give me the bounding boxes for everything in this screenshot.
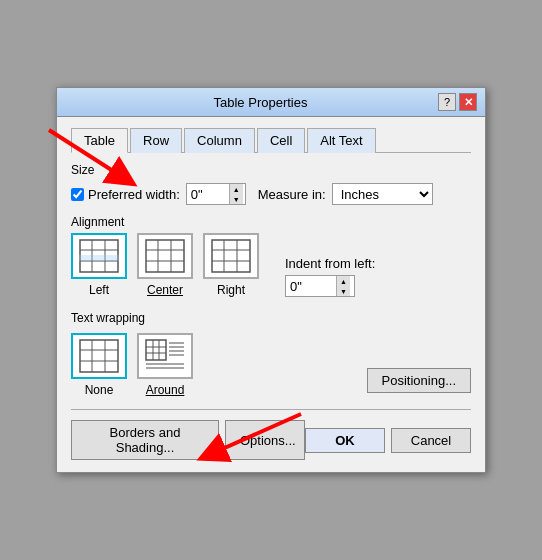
options-button[interactable]: Options... — [225, 420, 305, 460]
indent-box: Indent from left: ▲ ▼ — [285, 256, 375, 297]
tab-alt-text[interactable]: Alt Text — [307, 128, 375, 153]
text-wrapping-area: None — [71, 329, 471, 397]
title-bar-controls: ? ✕ — [438, 93, 477, 111]
align-center-label: Center — [147, 283, 183, 297]
preferred-width-input[interactable] — [187, 184, 229, 204]
align-center-table-svg — [145, 239, 185, 273]
bottom-row: Borders and Shading... Options... OK Can… — [71, 409, 471, 460]
wrap-none-option[interactable]: None — [71, 333, 127, 397]
spin-up[interactable]: ▲ — [230, 184, 243, 194]
tab-row[interactable]: Row — [130, 128, 182, 153]
wrap-options-row: None — [71, 333, 193, 397]
align-left-icon[interactable] — [71, 233, 127, 279]
tab-column[interactable]: Column — [184, 128, 255, 153]
tab-table[interactable]: Table — [71, 128, 128, 153]
wrap-none-icon[interactable] — [71, 333, 127, 379]
align-left-table-svg — [79, 239, 119, 273]
ok-button[interactable]: OK — [305, 428, 385, 453]
help-button[interactable]: ? — [438, 93, 456, 111]
spin-down[interactable]: ▼ — [230, 194, 243, 204]
align-left-label: Left — [89, 283, 109, 297]
title-bar: Table Properties ? ✕ — [57, 88, 485, 117]
align-right-icon[interactable] — [203, 233, 259, 279]
tab-bar: Table Row Column Cell Alt Text — [71, 127, 471, 153]
bottom-right-buttons: OK Cancel — [305, 428, 471, 453]
svg-rect-25 — [146, 340, 166, 360]
wrap-none-svg — [79, 339, 119, 373]
align-right-option[interactable]: Right — [203, 233, 259, 297]
dialog-title: Table Properties — [83, 95, 438, 110]
svg-rect-9 — [146, 240, 184, 272]
alignment-section-label: Alignment — [71, 215, 471, 229]
indent-spinbox[interactable]: ▲ ▼ — [285, 275, 355, 297]
preferred-width-spinbox[interactable]: ▲ ▼ — [186, 183, 246, 205]
preferred-width-label: Preferred width: — [88, 187, 180, 202]
svg-rect-14 — [212, 240, 250, 272]
preferred-width-checkbox[interactable] — [71, 188, 84, 201]
measure-in-select[interactable]: Inches Centimeters Percent — [332, 183, 433, 205]
size-section-label: Size — [71, 163, 471, 177]
indent-input[interactable] — [286, 276, 336, 296]
close-button[interactable]: ✕ — [459, 93, 477, 111]
indent-arrows: ▲ ▼ — [336, 276, 350, 296]
cancel-button[interactable]: Cancel — [391, 428, 471, 453]
indent-spin-up[interactable]: ▲ — [337, 276, 350, 286]
wrap-around-icon[interactable] — [137, 333, 193, 379]
indent-label: Indent from left: — [285, 256, 375, 271]
preferred-width-checkbox-label[interactable]: Preferred width: — [71, 187, 180, 202]
align-center-option[interactable]: Center — [137, 233, 193, 297]
dialog-content: Table Row Column Cell Alt Text Size Pref… — [57, 117, 485, 472]
indent-spin-down[interactable]: ▼ — [337, 286, 350, 296]
positioning-area: Positioning... — [367, 368, 471, 393]
borders-and-shading-button[interactable]: Borders and Shading... — [71, 420, 219, 460]
measure-in-label: Measure in: — [258, 187, 326, 202]
wrap-around-label: Around — [146, 383, 185, 397]
align-left-option[interactable]: Left — [71, 233, 127, 297]
wrap-around-option[interactable]: Around — [137, 333, 193, 397]
align-right-table-svg — [211, 239, 251, 273]
svg-rect-19 — [80, 340, 118, 372]
align-center-icon[interactable] — [137, 233, 193, 279]
tab-cell[interactable]: Cell — [257, 128, 305, 153]
alignment-row: Left Center — [71, 233, 471, 297]
positioning-button[interactable]: Positioning... — [367, 368, 471, 393]
svg-rect-7 — [79, 255, 119, 261]
preferred-width-arrows: ▲ ▼ — [229, 184, 243, 204]
wrap-around-svg — [145, 339, 185, 373]
size-row: Preferred width: ▲ ▼ Measure in: Inches … — [71, 183, 471, 205]
wrap-none-label: None — [85, 383, 114, 397]
text-wrapping-section-label: Text wrapping — [71, 311, 471, 325]
align-right-label: Right — [217, 283, 245, 297]
bottom-left-buttons: Borders and Shading... Options... — [71, 420, 305, 460]
